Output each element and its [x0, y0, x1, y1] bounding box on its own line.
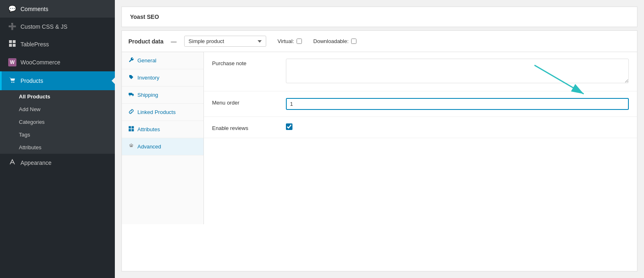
product-tab-content: Purchase note Menu order	[204, 52, 637, 224]
enable-reviews-label: Enable reviews	[212, 123, 286, 131]
tab-advanced[interactable]: Advanced	[122, 138, 203, 155]
enable-reviews-value	[286, 123, 629, 131]
tab-inventory[interactable]: Inventory	[122, 69, 203, 87]
product-data-section: Product data — Simple product Virtual: D…	[121, 30, 637, 271]
products-label: Products	[21, 77, 43, 84]
menu-order-row: Menu order	[204, 91, 637, 117]
sidebar-item-products[interactable]: Products	[0, 71, 115, 90]
sidebar-item-tablepress[interactable]: TablePress	[0, 35, 115, 53]
svg-rect-11	[129, 126, 131, 129]
virtual-label: Virtual:	[278, 38, 294, 44]
sidebar-item-all-products[interactable]: All Products	[0, 90, 115, 103]
tag-icon	[128, 74, 134, 81]
comments-icon: 💬	[8, 5, 16, 13]
svg-rect-14	[132, 129, 134, 132]
truck-icon	[128, 91, 134, 98]
svg-rect-12	[132, 126, 134, 129]
svg-point-9	[129, 95, 130, 96]
appearance-icon	[8, 159, 16, 167]
wrench-icon	[128, 57, 134, 64]
main-content: Yoast SEO Product data — Simple product …	[115, 0, 644, 278]
virtual-checkbox[interactable]	[297, 39, 302, 44]
tab-general[interactable]: General	[122, 52, 203, 69]
svg-point-10	[132, 95, 133, 96]
tablepress-icon	[8, 40, 16, 48]
purchase-note-label: Purchase note	[212, 59, 286, 66]
products-submenu: All Products Add New Categories Tags Att…	[0, 90, 115, 154]
link-icon	[128, 109, 134, 116]
woocommerce-icon: W	[8, 58, 16, 66]
svg-rect-8	[129, 93, 132, 96]
menu-order-input[interactable]	[286, 98, 629, 110]
tab-linked-products-label: Linked Products	[137, 109, 176, 115]
product-tabs: General Inventory Shipping	[122, 52, 204, 224]
svg-rect-3	[13, 44, 16, 47]
product-type-select[interactable]: Simple product	[184, 36, 266, 47]
tab-general-label: General	[137, 57, 156, 64]
tab-inventory-label: Inventory	[137, 75, 159, 81]
gear-icon	[128, 143, 134, 150]
tab-advanced-label: Advanced	[137, 144, 161, 150]
svg-rect-13	[129, 129, 131, 132]
tab-linked-products[interactable]: Linked Products	[122, 104, 203, 121]
product-data-label: Product data	[128, 38, 164, 45]
products-icon	[8, 76, 16, 85]
sidebar-item-attributes[interactable]: Attributes	[0, 141, 115, 154]
product-data-header: Product data — Simple product Virtual: D…	[122, 31, 637, 52]
tab-shipping-label: Shipping	[137, 92, 158, 98]
tab-attributes[interactable]: Attributes	[122, 121, 203, 138]
svg-rect-2	[9, 44, 12, 47]
purchase-note-value	[286, 59, 629, 84]
sidebar-item-comments[interactable]: 💬 Comments	[0, 0, 115, 18]
sidebar-item-categories[interactable]: Categories	[0, 116, 115, 128]
yoast-title: Yoast SEO	[130, 14, 159, 20]
enable-reviews-row: Enable reviews	[204, 117, 637, 138]
product-data-dash: —	[171, 38, 177, 45]
sidebar-item-custom-css-js[interactable]: ➕ Custom CSS & JS	[0, 18, 115, 35]
sidebar-item-add-new[interactable]: Add New	[0, 103, 115, 116]
enable-reviews-checkbox[interactable]	[286, 123, 292, 130]
svg-point-7	[130, 76, 131, 77]
tab-shipping[interactable]: Shipping	[122, 87, 203, 104]
downloadable-group: Downloadable:	[313, 38, 356, 44]
sidebar: 💬 Comments ➕ Custom CSS & JS TablePress …	[0, 0, 115, 278]
product-data-body: General Inventory Shipping	[122, 52, 637, 224]
sidebar-item-tags[interactable]: Tags	[0, 128, 115, 141]
attributes-icon	[128, 126, 134, 133]
svg-rect-0	[9, 40, 12, 43]
menu-order-value	[286, 98, 629, 110]
svg-point-5	[13, 82, 14, 83]
sidebar-item-appearance[interactable]: Appearance	[0, 154, 115, 172]
purchase-note-row: Purchase note	[204, 52, 637, 91]
tab-attributes-label: Attributes	[137, 126, 160, 132]
svg-rect-1	[13, 40, 16, 43]
downloadable-label: Downloadable:	[313, 38, 349, 44]
sidebar-item-woocommerce[interactable]: W WooCommerce	[0, 53, 115, 71]
downloadable-checkbox[interactable]	[351, 39, 356, 44]
menu-order-label: Menu order	[212, 98, 286, 106]
plus-icon: ➕	[8, 23, 16, 30]
purchase-note-textarea[interactable]	[286, 59, 629, 83]
svg-point-4	[11, 82, 13, 83]
virtual-group: Virtual:	[278, 38, 302, 44]
yoast-section: Yoast SEO	[121, 7, 637, 27]
